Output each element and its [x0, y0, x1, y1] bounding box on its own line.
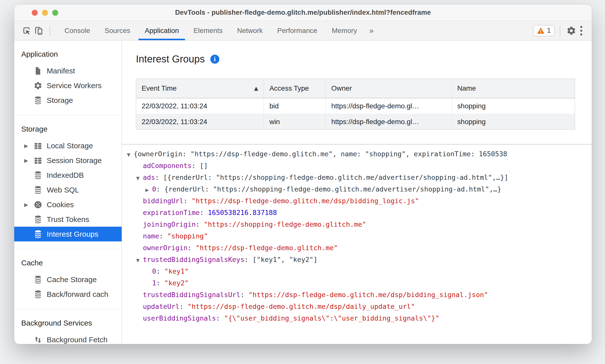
sidebar-item-background-fetch[interactable]: Background Fetch	[14, 332, 122, 344]
database-icon	[33, 229, 43, 239]
sidebar-item-trust-tokens[interactable]: Trust Tokens	[14, 212, 122, 227]
device-toolbar-icon[interactable]	[33, 25, 45, 37]
sidebar-item-back-forward-cach[interactable]: Back/forward cach	[14, 287, 122, 302]
inspect-cursor-icon[interactable]	[21, 25, 33, 37]
tree-line[interactable]: trustedBiddingSignalsUrl: "https://dsp-f…	[122, 289, 592, 301]
close-button[interactable]	[32, 10, 38, 16]
json-string-value: "https://dsp-fledge-demo.glitch.me"	[196, 244, 338, 252]
info-icon[interactable]: i	[210, 55, 219, 64]
tree-line[interactable]: ▼ads: [{renderUrl: "https://shopping-fle…	[122, 172, 592, 183]
json-preview-text: :	[159, 232, 167, 240]
tree-line[interactable]: joiningOrigin: "https://shopping-fledge-…	[122, 218, 592, 230]
sidebar-item-label: Storage	[47, 96, 73, 105]
zoom-button[interactable]	[52, 10, 58, 16]
json-preview-text: : [{renderUrl: "https://shopping-fledge-…	[155, 174, 508, 181]
tab-elements[interactable]: Elements	[186, 21, 230, 40]
json-preview-text: :	[188, 244, 196, 252]
json-preview-text: :	[196, 220, 204, 228]
tree-line[interactable]: updateUrl: "https://dsp-fledge-demo.glit…	[122, 301, 592, 312]
json-key: ownerOrigin	[143, 244, 188, 252]
expander-triangle-icon[interactable]: ▶	[24, 143, 33, 149]
sidebar-item-web-sql[interactable]: Web SQL	[14, 182, 122, 197]
window-title: DevTools - publisher-fledge-demo.glitch.…	[175, 9, 431, 16]
sidebar-item-service-workers[interactable]: Service Workers	[14, 78, 122, 93]
sidebar-item-cookies[interactable]: ▶Cookies	[14, 197, 122, 212]
tab-memory[interactable]: Memory	[324, 21, 364, 40]
json-string-value: "key1"	[164, 267, 189, 275]
minimize-button[interactable]	[42, 10, 48, 16]
json-key: ads	[143, 174, 155, 181]
table-row[interactable]: 22/03/2022, 11:03:24winhttps://dsp-fledg…	[136, 114, 575, 129]
json-key: name	[143, 232, 159, 240]
window-controls	[32, 10, 58, 16]
tab-network[interactable]: Network	[230, 21, 270, 40]
cookie-icon	[33, 200, 43, 209]
tree-line[interactable]: ▶0: {renderUrl: "https://shopping-fledge…	[122, 183, 592, 195]
column-header-access-type[interactable]: Access Type	[264, 79, 326, 98]
json-key: trustedBiddingSignalsUrl	[143, 291, 240, 299]
tree-expander-down-icon[interactable]: ▼	[136, 254, 143, 265]
issues-warning-badge[interactable]: 1	[533, 25, 555, 36]
table-icon	[33, 141, 43, 151]
tree-expander-right-icon[interactable]: ▶	[145, 184, 152, 195]
column-header-label: Event Time	[142, 84, 177, 92]
tree-line[interactable]: userBiddingSignals: "{\"user_bidding_sig…	[122, 312, 592, 324]
sidebar-item-label: Cache Storage	[47, 275, 97, 284]
page-title: Interest Groups	[136, 53, 205, 65]
sidebar-item-label: Interest Groups	[47, 230, 98, 238]
tree-line[interactable]: name: "shopping"	[122, 230, 592, 242]
sidebar-item-manifest[interactable]: Manifest	[14, 63, 122, 78]
tree-line[interactable]: ownerOrigin: "https://dsp-fledge-demo.gl…	[122, 242, 592, 254]
tree-line[interactable]: ▼{ownerOrigin: "https://dsp-fledge-demo.…	[122, 148, 592, 160]
database-icon	[33, 290, 43, 299]
sidebar-item-label: Local Storage	[47, 142, 93, 150]
warning-count: 1	[547, 27, 551, 34]
sidebar-item-session-storage[interactable]: ▶Session Storage	[14, 153, 122, 168]
expander-triangle-icon[interactable]: ▶	[24, 202, 33, 208]
tab-application[interactable]: Application	[137, 21, 186, 40]
column-header-owner[interactable]: Owner	[326, 79, 452, 98]
sidebar-item-cache-storage[interactable]: Cache Storage	[14, 272, 122, 287]
sidebar-section-header: Application	[14, 50, 122, 58]
file-icon	[33, 66, 43, 76]
tree-line[interactable]: adComponents: []	[122, 160, 592, 172]
json-key: 0	[152, 267, 156, 275]
settings-gear-icon[interactable]	[565, 25, 577, 37]
devtools-window: DevTools - publisher-fledge-demo.glitch.…	[14, 4, 592, 344]
json-key: adComponents	[143, 162, 192, 170]
sidebar-section-background-services: Background ServicesBackground Fetch	[14, 309, 122, 344]
column-header-event-time[interactable]: Event Time▲	[136, 79, 264, 98]
json-key: expirationTime	[143, 209, 200, 216]
tree-line[interactable]: 0: "key1"	[122, 265, 592, 277]
titlebar[interactable]: DevTools - publisher-fledge-demo.glitch.…	[14, 4, 592, 21]
column-header-label: Access Type	[269, 84, 309, 92]
column-header-name[interactable]: Name	[452, 79, 575, 98]
sidebar-item-storage[interactable]: Storage	[14, 93, 122, 108]
json-preview-text: : ["key1", "key2"]	[244, 256, 317, 263]
sidebar-item-local-storage[interactable]: ▶Local Storage	[14, 138, 122, 153]
tab-sources[interactable]: Sources	[97, 21, 138, 40]
table-row[interactable]: 22/03/2022, 11:03:24bidhttps://dsp-fledg…	[136, 98, 575, 114]
json-key: joiningOrigin	[143, 220, 196, 228]
json-number-value: 1650538216.837188	[208, 209, 277, 216]
expander-triangle-icon[interactable]: ▶	[24, 158, 33, 164]
tree-line[interactable]: ▼trustedBiddingSignalsKeys: ["key1", "ke…	[122, 254, 592, 265]
json-string-value: "https://shopping-fledge-demo.glitch.me"	[204, 220, 366, 228]
sidebar-item-interest-groups[interactable]: Interest Groups	[14, 227, 122, 241]
tree-line[interactable]: 1: "key2"	[122, 277, 592, 289]
json-key: 0	[152, 185, 156, 193]
tab-performance[interactable]: Performance	[270, 21, 324, 40]
tree-line[interactable]: biddingUrl: "https://dsp-fledge-demo.gli…	[122, 195, 592, 207]
table-cell: https://dsp-fledge-demo.gl…	[326, 114, 452, 129]
sidebar-item-indexeddb[interactable]: IndexedDB	[14, 168, 122, 182]
tree-expander-down-icon[interactable]: ▼	[127, 149, 134, 160]
more-tabs-button[interactable]: »	[364, 26, 379, 35]
tree-line[interactable]: expirationTime: 1650538216.837188	[122, 207, 592, 218]
tab-console[interactable]: Console	[57, 21, 97, 40]
tree-expander-down-icon[interactable]: ▼	[136, 172, 143, 183]
application-sidebar: ApplicationManifestService WorkersStorag…	[14, 40, 122, 344]
more-menu-icon[interactable]	[577, 26, 585, 35]
sidebar-item-label: IndexedDB	[47, 171, 84, 180]
json-key: userBiddingSignals	[143, 314, 216, 322]
json-string-value: "https://dsp-fledge-demo.glitch.me/dsp/b…	[249, 291, 488, 299]
